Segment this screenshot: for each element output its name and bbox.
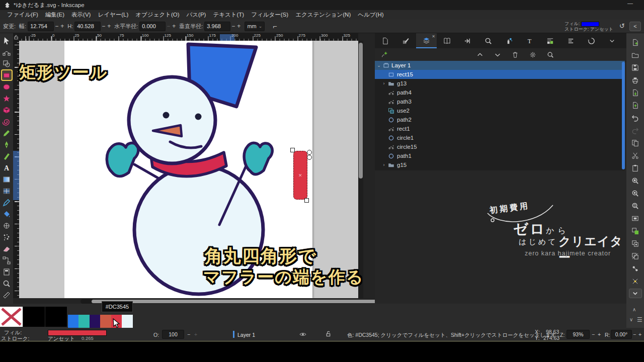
- palette-swatch-black[interactable]: [23, 307, 45, 327]
- radius-handle[interactable]: [307, 150, 312, 155]
- tab-align-distribute[interactable]: [540, 33, 560, 48]
- move-down-button[interactable]: [493, 50, 502, 59]
- pen-tool[interactable]: [2, 139, 12, 150]
- text-tool[interactable]: A: [2, 162, 12, 173]
- radius-handle[interactable]: [307, 155, 312, 160]
- menu-item[interactable]: 編集(E): [42, 11, 67, 19]
- unit-select[interactable]: mm⌄: [245, 22, 265, 31]
- object-row-path1[interactable]: path1: [375, 151, 625, 160]
- corner-handle[interactable]: [304, 198, 309, 203]
- duplicate-button[interactable]: [630, 226, 641, 236]
- menu-item[interactable]: フィルター(S): [248, 11, 291, 19]
- select-tool[interactable]: [2, 35, 12, 46]
- menu-item[interactable]: エクステンション(N): [292, 11, 354, 19]
- measure-tool[interactable]: [2, 290, 12, 300]
- dropper-tool[interactable]: [2, 197, 12, 208]
- save-button[interactable]: [630, 62, 641, 73]
- calligraphy-tool[interactable]: [2, 151, 12, 161]
- tab-text-font[interactable]: T: [519, 33, 540, 48]
- paint-bucket-tool[interactable]: [2, 209, 12, 219]
- menu-item[interactable]: ファイル(F): [4, 11, 41, 19]
- zoom-center-page-button[interactable]: [630, 213, 641, 224]
- object-row-path4[interactable]: path4: [375, 88, 625, 97]
- clone-button[interactable]: [630, 238, 641, 249]
- tab-objects-list[interactable]: [560, 33, 581, 48]
- pencil-tool[interactable]: [2, 128, 12, 138]
- palette-swatch-teal[interactable]: [78, 315, 90, 328]
- search-button[interactable]: [546, 50, 555, 59]
- field-value[interactable]: 12.754: [28, 22, 54, 31]
- object-row-g15[interactable]: ›g15: [375, 160, 625, 169]
- expander-open-icon[interactable]: ⌄: [376, 63, 381, 68]
- tab-xml-editor[interactable]: [437, 33, 457, 48]
- object-row-circle1[interactable]: circle1: [375, 133, 625, 142]
- opacity-plus[interactable]: +: [194, 331, 197, 337]
- close-icon[interactable]: ✕: [432, 35, 435, 39]
- zoom-drawing-button[interactable]: [630, 188, 641, 199]
- tab-objects[interactable]: ✕: [416, 33, 437, 48]
- export-file-button[interactable]: [630, 100, 641, 111]
- tab-document-properties[interactable]: [375, 33, 395, 48]
- spiral-tool[interactable]: [2, 116, 12, 127]
- open-button[interactable]: [630, 50, 641, 60]
- menu-item[interactable]: 表示(V): [68, 11, 94, 19]
- increment-button[interactable]: +: [172, 23, 176, 30]
- new-document-button[interactable]: [630, 37, 641, 48]
- field-value[interactable]: 40.528: [74, 22, 101, 31]
- decrement-button[interactable]: −: [55, 23, 58, 30]
- object-row-circle15[interactable]: circle15: [375, 142, 625, 151]
- expander-closed-icon[interactable]: ›: [381, 162, 386, 167]
- collapse-panel-button[interactable]: <: [629, 22, 641, 31]
- zoom-field[interactable]: 93%: [567, 330, 590, 339]
- menu-item[interactable]: ヘルプ(H): [355, 11, 386, 19]
- reset-icon[interactable]: ↺: [619, 22, 625, 30]
- menu-item[interactable]: レイヤー(L): [95, 11, 131, 19]
- zoom-selection-button[interactable]: [630, 175, 641, 186]
- mesh-tool[interactable]: [2, 186, 12, 196]
- decrement-button[interactable]: −: [102, 23, 105, 30]
- print-button[interactable]: [630, 75, 641, 85]
- vertical-scrollbar[interactable]: [358, 41, 363, 298]
- menu-item[interactable]: テキスト(T): [210, 11, 247, 19]
- fill-swatch[interactable]: [581, 22, 599, 27]
- object-row-g13[interactable]: ›g13: [375, 79, 625, 88]
- rotation-plus[interactable]: +: [638, 331, 641, 337]
- node-tool[interactable]: [2, 47, 12, 57]
- increment-button[interactable]: +: [107, 23, 111, 30]
- menu-item[interactable]: オブジェクト(O): [132, 11, 182, 19]
- object-row-rect1[interactable]: rect1: [375, 124, 625, 133]
- scrollbar-handle[interactable]: [359, 43, 363, 178]
- scroll-up-icon[interactable]: ∧: [632, 307, 636, 312]
- zoom-minus[interactable]: −: [592, 331, 595, 337]
- group-button[interactable]: [630, 263, 641, 274]
- unlink-clone-button[interactable]: [630, 251, 641, 261]
- horizontal-ruler[interactable]: -250255075100125150175200225250275300325: [19, 33, 358, 41]
- undo-button[interactable]: [630, 113, 641, 123]
- increment-button[interactable]: +: [60, 23, 64, 30]
- more-button[interactable]: [629, 289, 642, 298]
- snap-button[interactable]: [630, 276, 641, 287]
- selected-rectangle[interactable]: ✕: [293, 151, 307, 200]
- palette-swatch-indigo[interactable]: [90, 315, 101, 328]
- object-row-use2[interactable]: use2: [375, 106, 625, 115]
- decrement-button[interactable]: −: [231, 23, 235, 30]
- zoom-tool[interactable]: [2, 278, 12, 289]
- page-tool[interactable]: [2, 266, 12, 277]
- field-value[interactable]: 3.968: [204, 22, 230, 31]
- palette-swatch-ice-white[interactable]: [122, 315, 133, 328]
- spray-tool[interactable]: [2, 232, 12, 242]
- eraser-tool[interactable]: [2, 243, 12, 254]
- opacity-minus[interactable]: −: [187, 331, 190, 337]
- tab-tabs-overflow[interactable]: [602, 33, 622, 48]
- paste-button[interactable]: [630, 163, 641, 173]
- corner-handle[interactable]: [290, 148, 295, 152]
- rectangle-tool[interactable]: [2, 70, 12, 80]
- tweak-tool[interactable]: [2, 220, 12, 231]
- zoom-plus[interactable]: +: [598, 331, 601, 337]
- field-value[interactable]: 0.000: [139, 22, 166, 31]
- import-button[interactable]: [630, 87, 641, 98]
- copy-button[interactable]: [630, 138, 641, 148]
- vertical-ruler[interactable]: [13, 41, 19, 298]
- minimize-button[interactable]: —: [627, 0, 633, 6]
- object-row-path2[interactable]: path2: [375, 115, 625, 124]
